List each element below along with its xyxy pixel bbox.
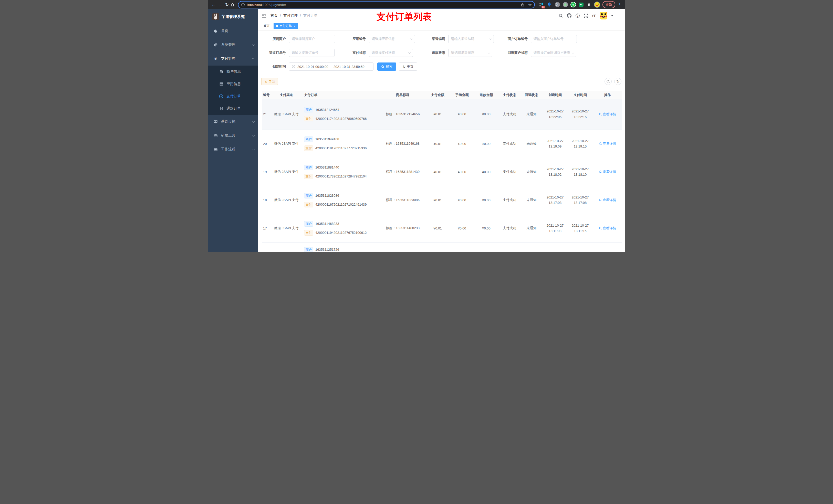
- table-row[interactable]: 18 微信 JSAPI 支付 商户1635311823086 支付4200001…: [262, 186, 622, 214]
- toggle-search-button[interactable]: [604, 78, 612, 85]
- tags-view: 首页 支付订单 ×: [258, 22, 625, 30]
- sidebar-item-infra[interactable]: 基础设施: [208, 115, 258, 128]
- notify-status-select[interactable]: 请选择订单回调商户状态: [531, 49, 576, 57]
- view-detail-link[interactable]: 查看详情: [599, 170, 616, 174]
- field-label: 回调商户状态: [499, 50, 531, 55]
- sidebar-item-label: 基础设施: [221, 119, 235, 124]
- table-row[interactable]: 19 微信 JSAPI 支付 商户1635311881440 支付4200001…: [262, 158, 622, 186]
- circle-yen-icon: ¥: [219, 94, 223, 99]
- site-info-icon[interactable]: [241, 3, 245, 7]
- sidebar-item-system[interactable]: 系统管理: [208, 38, 258, 52]
- app-select[interactable]: 请选择应用信息: [369, 35, 415, 43]
- pay-badge: 支付: [304, 145, 313, 151]
- search-button[interactable]: 搜索: [377, 63, 396, 71]
- chevron-down-icon: [252, 148, 255, 150]
- extension-icon[interactable]: 10: [538, 2, 545, 8]
- sidebar-item-label: 工作流程: [221, 147, 235, 152]
- pay-status-select[interactable]: 请选择支付状态: [369, 49, 413, 57]
- chevron-down-icon: [252, 43, 255, 46]
- create-time-range-input[interactable]: 2021-10-01 00:00:00 - 2021-10-31 23:59:5…: [289, 63, 374, 71]
- forward-icon[interactable]: →: [217, 2, 223, 7]
- merchant-select[interactable]: 请选择所属商户: [289, 35, 335, 43]
- avatar-caret-icon[interactable]: [611, 15, 613, 16]
- sidebar-item-workflow[interactable]: 工作流程: [208, 142, 258, 156]
- chevron-down-icon: [488, 51, 490, 54]
- breadcrumb-home[interactable]: 首页: [270, 13, 278, 18]
- col-actions: 操作: [593, 91, 622, 99]
- view-detail-link[interactable]: 查看详情: [599, 141, 616, 146]
- svg-text:¥: ¥: [220, 95, 222, 98]
- font-size-icon[interactable]: TT: [592, 14, 596, 18]
- tag-home[interactable]: 首页: [261, 23, 272, 29]
- back-icon[interactable]: ←: [210, 2, 217, 7]
- merchant-order-no-input[interactable]: 请输入商户订单编号: [531, 35, 577, 43]
- col-fee: 手续金额: [450, 91, 474, 99]
- app-title: 芋道管理系统: [221, 14, 245, 19]
- extension-cluster: 10 ⌘ y 更新 ⋮: [538, 1, 623, 8]
- search-icon[interactable]: [559, 14, 563, 18]
- field-label: 所属商户: [261, 37, 289, 41]
- share-icon[interactable]: [521, 3, 525, 7]
- reload-icon[interactable]: ↻: [223, 2, 230, 7]
- y-extension-icon[interactable]: y: [570, 2, 576, 8]
- dot-extension-icon[interactable]: [562, 2, 568, 8]
- tag-close-icon[interactable]: ×: [294, 25, 295, 28]
- sidebar-item-devtools[interactable]: 研发工具: [208, 128, 258, 142]
- github-icon[interactable]: [567, 13, 571, 18]
- sidebar-item-merchant-info[interactable]: 商户信息: [208, 66, 258, 78]
- help-icon[interactable]: ?: [575, 13, 580, 18]
- pay-badge: 支付: [304, 202, 313, 208]
- sidebar-item-pay-order[interactable]: ¥ 支付订单: [208, 90, 258, 102]
- kite-extension-icon[interactable]: [546, 2, 552, 8]
- fullscreen-icon[interactable]: [584, 14, 588, 18]
- view-detail-link[interactable]: 查看详情: [599, 198, 616, 202]
- reset-button[interactable]: ↻ 重置: [399, 63, 417, 71]
- briefcase-icon: [213, 147, 218, 151]
- browser-update-button[interactable]: 更新: [602, 1, 615, 8]
- grid-icon: [219, 82, 223, 86]
- bookmark-star-icon[interactable]: ☆: [528, 2, 532, 7]
- view-detail-link[interactable]: 查看详情: [599, 112, 616, 117]
- col-channel: 支付渠道: [270, 91, 303, 99]
- filter-merchant: 所属商户 请选择所属商户: [261, 35, 335, 43]
- sidebar-item-home[interactable]: 首页: [208, 24, 258, 38]
- chat-extension-icon[interactable]: [578, 2, 584, 8]
- command-extension-icon[interactable]: ⌘: [554, 2, 561, 8]
- svg-text:?: ?: [577, 14, 578, 17]
- table-row[interactable]: 21 微信 JSAPI 支付 商户1635312124657 支付4200001…: [262, 99, 622, 129]
- refresh-table-button[interactable]: ↻: [614, 78, 621, 85]
- filter-channel-code: 渠道编码 请输入渠道编码: [423, 35, 494, 43]
- merchant-badge: 商户: [304, 221, 313, 226]
- refund-status-select[interactable]: 请选择退款状态: [448, 49, 492, 57]
- col-paid: 支付时间: [568, 91, 593, 99]
- sidebar-item-refund-order[interactable]: 退款订单: [208, 102, 258, 115]
- view-detail-link[interactable]: 查看详情: [599, 226, 616, 231]
- browser-menu-icon[interactable]: ⋮: [617, 2, 623, 7]
- filter-notify-status: 回调商户状态 请选择订单回调商户状态: [499, 49, 576, 57]
- sidebar-item-label: 退款订单: [227, 106, 241, 111]
- merchant-badge: 商户: [304, 137, 313, 142]
- user-avatar[interactable]: [600, 12, 607, 20]
- channel-code-select[interactable]: 请输入渠道编码: [448, 35, 494, 43]
- collapse-sidebar-icon[interactable]: [262, 14, 266, 18]
- home-icon[interactable]: [230, 3, 237, 7]
- sidebar-item-label: 支付订单: [227, 94, 241, 99]
- filter-channel-order-no: 渠道订单号 请输入渠道订单号: [261, 49, 335, 57]
- sidebar-item-pay[interactable]: ¥ 支付管理: [208, 52, 258, 66]
- shop-icon: [219, 70, 223, 74]
- table-row[interactable]: 20 微信 JSAPI 支付 商户1635311949168 支付4200001…: [262, 129, 622, 158]
- emoji-extension-icon[interactable]: [594, 2, 600, 8]
- field-label: 应用编号: [341, 37, 369, 41]
- table-row[interactable]: 17 微信 JSAPI 支付 商户1635311468233 支付4200001…: [262, 214, 622, 242]
- col-refund: 退款金额: [474, 91, 498, 99]
- col-id: 编号: [262, 91, 270, 99]
- address-bar[interactable]: localhost:1024/pay/order ☆: [238, 1, 535, 8]
- breadcrumb-pay[interactable]: 支付管理: [283, 13, 298, 18]
- table-row[interactable]: 商户1635311251726: [262, 242, 622, 252]
- field-label: 创建时间: [261, 64, 289, 69]
- channel-order-no-input[interactable]: 请输入渠道订单号: [289, 49, 335, 57]
- sidebar-item-app-info[interactable]: 应用信息: [208, 78, 258, 90]
- export-button[interactable]: 导出: [261, 78, 278, 85]
- puzzle-extension-icon[interactable]: [586, 2, 592, 8]
- tag-pay-order[interactable]: 支付订单 ×: [273, 23, 298, 29]
